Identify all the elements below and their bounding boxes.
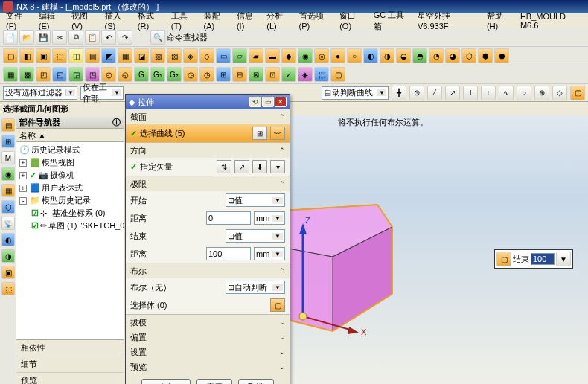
- section-header-direction[interactable]: 方向⌃: [126, 143, 290, 158]
- tb-icon[interactable]: ⊡: [265, 67, 280, 82]
- tb-icon[interactable]: ◲: [68, 67, 83, 82]
- tb-icon[interactable]: ◷: [199, 67, 214, 82]
- tree-item[interactable]: ☑✏草图 (1) "SKETCH_0: [18, 220, 122, 232]
- tb-icon[interactable]: ◓: [412, 48, 427, 63]
- snap-icon[interactable]: ○: [517, 86, 531, 100]
- tb-icon[interactable]: ▤: [85, 48, 100, 63]
- undo-icon[interactable]: ↶: [101, 30, 116, 45]
- start-type-dropdown[interactable]: ⊡ 值▼: [226, 193, 285, 207]
- menu-pref[interactable]: 首选项(P): [296, 9, 336, 32]
- tb-icon[interactable]: ⬢: [478, 48, 493, 63]
- filter-type-dropdown[interactable]: 没有选择过滤器▼: [3, 86, 77, 100]
- tree-item[interactable]: +🟩模型视图: [18, 156, 122, 169]
- menu-plugin[interactable]: 星空外挂 V6.933F: [415, 9, 482, 32]
- unit-dropdown[interactable]: mm▼: [254, 247, 285, 260]
- unit-dropdown[interactable]: mm▼: [254, 211, 285, 225]
- tb-icon[interactable]: ⊞: [216, 67, 231, 82]
- menu-gc[interactable]: GC 工具箱: [371, 8, 413, 33]
- col-name[interactable]: 名称: [19, 131, 36, 140]
- vector-icon[interactable]: ↗: [234, 160, 249, 173]
- dropdown-icon[interactable]: ▾: [270, 160, 285, 173]
- tb-icon[interactable]: ◈: [298, 67, 313, 82]
- save-icon[interactable]: 💾: [36, 30, 51, 45]
- tb-icon[interactable]: ▢: [330, 67, 345, 82]
- tb-icon[interactable]: ▰: [249, 48, 263, 63]
- end-value-input[interactable]: [531, 253, 555, 265]
- apply-button[interactable]: 应用: [196, 379, 232, 384]
- menu-window[interactable]: 窗口(O): [336, 9, 369, 32]
- section-header-curve[interactable]: 截面⌃: [126, 109, 290, 124]
- snap-icon[interactable]: ↑: [481, 86, 496, 100]
- tb-icon[interactable]: ◴: [101, 67, 116, 82]
- tb-icon[interactable]: ◳: [85, 67, 100, 82]
- tb-icon[interactable]: ▩: [19, 67, 34, 82]
- tb-icon[interactable]: ◔: [429, 48, 444, 63]
- reverse-icon[interactable]: ⇅: [217, 160, 231, 173]
- section-header-settings[interactable]: 设置⌄: [126, 345, 290, 359]
- tb-icon[interactable]: ▣: [36, 48, 51, 63]
- nav-tab-icon[interactable]: ⊞: [1, 135, 15, 148]
- tb-icon[interactable]: ◧: [19, 48, 34, 63]
- tb-icon[interactable]: ◕: [445, 48, 460, 63]
- tb-icon[interactable]: ◩: [101, 48, 116, 63]
- dynamic-input-box[interactable]: ▢ 结束 ▼: [494, 249, 573, 269]
- dialog-titlebar[interactable]: ◆ 拉伸 ⟲ ▭ ✕: [126, 95, 290, 109]
- tb-icon[interactable]: G₁: [150, 67, 165, 82]
- menu-assembly[interactable]: 装配(A): [201, 9, 232, 32]
- menu-file[interactable]: 文件(F): [3, 9, 34, 32]
- tb-icon[interactable]: ◵: [118, 67, 132, 82]
- tb-icon[interactable]: ◑: [380, 48, 394, 63]
- section-header-offset[interactable]: 偏置⌄: [126, 330, 290, 345]
- collapse-icon[interactable]: -: [19, 197, 27, 205]
- menu-insert[interactable]: 插入(S): [102, 9, 133, 32]
- dropdown-icon[interactable]: ▼: [556, 252, 571, 266]
- nav-tab-icon[interactable]: M: [1, 151, 15, 164]
- menu-hbmould[interactable]: HB_MOULD M6.6: [517, 10, 585, 31]
- snap-icon[interactable]: ◇: [552, 86, 567, 100]
- tb-icon[interactable]: ⊟: [232, 67, 247, 82]
- tb-icon[interactable]: ◶: [183, 67, 198, 82]
- pin-icon[interactable]: ⓘ: [112, 117, 121, 127]
- filter-scope-dropdown[interactable]: 仅在工作部▼: [80, 86, 124, 100]
- menu-view[interactable]: 视图(V): [68, 9, 100, 32]
- section-header-boolean[interactable]: 布尔⌃: [126, 263, 290, 278]
- tab-detail[interactable]: 细节: [16, 356, 124, 373]
- snap-icon[interactable]: ∕: [427, 86, 442, 100]
- section-header-limits[interactable]: 极限⌃: [126, 176, 290, 191]
- menu-analysis[interactable]: 分析(L): [263, 9, 294, 32]
- tb-icon[interactable]: ◉: [298, 48, 313, 63]
- tb-icon[interactable]: ◇: [199, 48, 214, 63]
- tb-icon[interactable]: ◪: [134, 48, 149, 63]
- boolean-dropdown[interactable]: ⊡ 自动判断▼: [226, 281, 285, 294]
- cube-icon[interactable]: ▢: [496, 252, 511, 266]
- menu-info[interactable]: 信息(I): [234, 9, 262, 32]
- tb-icon[interactable]: ◫: [68, 48, 83, 63]
- minimize-icon[interactable]: ▭: [262, 97, 274, 107]
- tab-dependency[interactable]: 相依性: [16, 340, 124, 356]
- tb-icon[interactable]: ▦: [3, 67, 18, 82]
- snap-icon[interactable]: ↗: [445, 86, 460, 100]
- snap-icon[interactable]: ⊥: [463, 86, 478, 100]
- nav-tab-icon[interactable]: ◐: [1, 233, 15, 246]
- body-icon[interactable]: ▢: [270, 298, 285, 312]
- nav-tab-icon[interactable]: 📡: [1, 217, 15, 230]
- redo-icon[interactable]: ↷: [118, 30, 132, 45]
- nav-tab-icon[interactable]: ⬡: [1, 200, 15, 214]
- cancel-button[interactable]: 取消: [238, 379, 274, 384]
- menu-tools[interactable]: 工具(T): [168, 9, 199, 32]
- snap-icon[interactable]: ▢: [570, 86, 585, 100]
- tb-icon[interactable]: ▧: [150, 48, 165, 63]
- tb-icon[interactable]: ⬚: [52, 48, 67, 63]
- nav-tab-icon[interactable]: ▣: [1, 266, 15, 279]
- snap-icon[interactable]: ⊕: [534, 86, 549, 100]
- nav-tab-icon[interactable]: ◑: [1, 249, 15, 263]
- tb-icon[interactable]: ○: [347, 48, 362, 63]
- cmd-finder-icon[interactable]: 🔍: [150, 30, 165, 45]
- tb-icon[interactable]: ◈: [183, 48, 198, 63]
- tb-icon[interactable]: ◰: [36, 67, 51, 82]
- tree-item[interactable]: ☑⊹基准坐标系 (0): [18, 207, 122, 220]
- tb-icon[interactable]: G: [134, 67, 149, 82]
- tree-item[interactable]: +✓📷摄像机: [18, 169, 122, 182]
- end-distance-input[interactable]: [206, 247, 251, 260]
- tb-icon[interactable]: ▦: [118, 48, 132, 63]
